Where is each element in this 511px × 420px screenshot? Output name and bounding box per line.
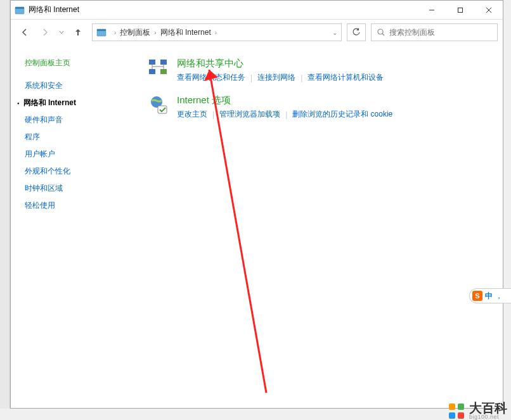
sidebar: 控制面板主页 系统和安全 网络和 Internet 硬件和声音 程序 用户帐户 … xyxy=(11,45,138,408)
ime-indicator[interactable]: S 中 ， xyxy=(469,288,511,303)
link-connect[interactable]: 连接到网络 xyxy=(257,72,295,83)
watermark-brand: 大百科 xyxy=(469,402,507,414)
svg-rect-11 xyxy=(160,60,167,65)
recent-dropdown[interactable] xyxy=(56,23,67,41)
svg-rect-13 xyxy=(160,69,167,74)
watermark: 大百科 big100.net xyxy=(448,402,507,420)
sidebar-item-programs[interactable]: 程序 xyxy=(25,129,138,146)
control-panel-window: 网络和 Internet xyxy=(10,0,503,409)
refresh-button[interactable] xyxy=(347,23,366,41)
ime-mode: 中 xyxy=(485,291,493,302)
svg-rect-3 xyxy=(458,8,462,12)
breadcrumb-segment[interactable]: 控制面板 xyxy=(120,27,150,38)
link-change-homepage[interactable]: 更改主页 xyxy=(177,109,207,120)
chevron-right-icon[interactable]: › xyxy=(154,29,156,36)
main-content: 网络和共享中心 查看网络状态和任务 | 连接到网络 | 查看网络计算机和设备 xyxy=(138,45,503,408)
maximize-button[interactable] xyxy=(446,1,474,19)
search-input[interactable] xyxy=(389,28,492,37)
sidebar-item-hardware[interactable]: 硬件和声音 xyxy=(25,111,138,129)
sidebar-item-ease[interactable]: 轻松使用 xyxy=(25,197,138,214)
sidebar-item-accounts[interactable]: 用户帐户 xyxy=(25,146,138,163)
sidebar-item-network[interactable]: 网络和 Internet xyxy=(25,94,138,111)
folder-icon xyxy=(96,27,107,37)
sidebar-item-appearance[interactable]: 外观和个性化 xyxy=(25,163,138,180)
internet-options-icon xyxy=(148,94,168,115)
breadcrumb-segment[interactable]: 网络和 Internet xyxy=(160,27,211,38)
navigation-bar: › 控制面板 › 网络和 Internet › ⌄ xyxy=(11,20,503,45)
category-network-sharing[interactable]: 网络和共享中心 xyxy=(177,58,493,70)
svg-rect-23 xyxy=(449,412,455,419)
network-sharing-icon xyxy=(148,58,168,78)
svg-rect-21 xyxy=(449,404,455,410)
sidebar-item-system[interactable]: 系统和安全 xyxy=(25,77,138,94)
sidebar-title[interactable]: 控制面板主页 xyxy=(25,58,138,68)
chevron-right-icon[interactable]: › xyxy=(114,29,116,36)
search-box[interactable] xyxy=(371,23,498,41)
link-delete-history[interactable]: 删除浏览的历史记录和 cookie xyxy=(292,109,392,120)
up-button[interactable] xyxy=(69,23,87,41)
svg-rect-18 xyxy=(158,106,167,113)
svg-point-8 xyxy=(378,29,383,34)
titlebar: 网络和 Internet xyxy=(11,1,503,20)
window-icon xyxy=(15,5,25,15)
watermark-url: big100.net xyxy=(469,414,507,420)
address-dropdown-icon[interactable]: ⌄ xyxy=(332,29,337,36)
close-button[interactable] xyxy=(474,1,503,19)
link-manage-addons[interactable]: 管理浏览器加载项 xyxy=(219,109,280,120)
ime-logo-icon: S xyxy=(472,291,482,301)
svg-rect-12 xyxy=(149,69,155,74)
link-view-devices[interactable]: 查看网络计算机和设备 xyxy=(307,72,384,83)
ime-punct: ， xyxy=(495,291,503,302)
address-bar[interactable]: › 控制面板 › 网络和 Internet › ⌄ xyxy=(92,23,342,41)
forward-button[interactable] xyxy=(36,23,54,41)
chevron-right-icon[interactable]: › xyxy=(215,29,217,36)
sidebar-item-clock[interactable]: 时钟和区域 xyxy=(25,180,138,197)
search-icon xyxy=(377,28,385,37)
category-internet-options[interactable]: Internet 选项 xyxy=(177,94,493,106)
svg-rect-24 xyxy=(458,412,464,419)
back-button[interactable] xyxy=(16,23,34,41)
minimize-button[interactable] xyxy=(417,1,446,19)
link-view-status[interactable]: 查看网络状态和任务 xyxy=(177,72,245,83)
watermark-logo-icon xyxy=(448,402,465,420)
svg-rect-1 xyxy=(15,7,24,9)
svg-rect-22 xyxy=(458,404,464,410)
window-title: 网络和 Internet xyxy=(29,4,417,15)
svg-rect-7 xyxy=(97,29,106,31)
svg-line-9 xyxy=(382,34,384,35)
svg-rect-10 xyxy=(149,60,155,65)
